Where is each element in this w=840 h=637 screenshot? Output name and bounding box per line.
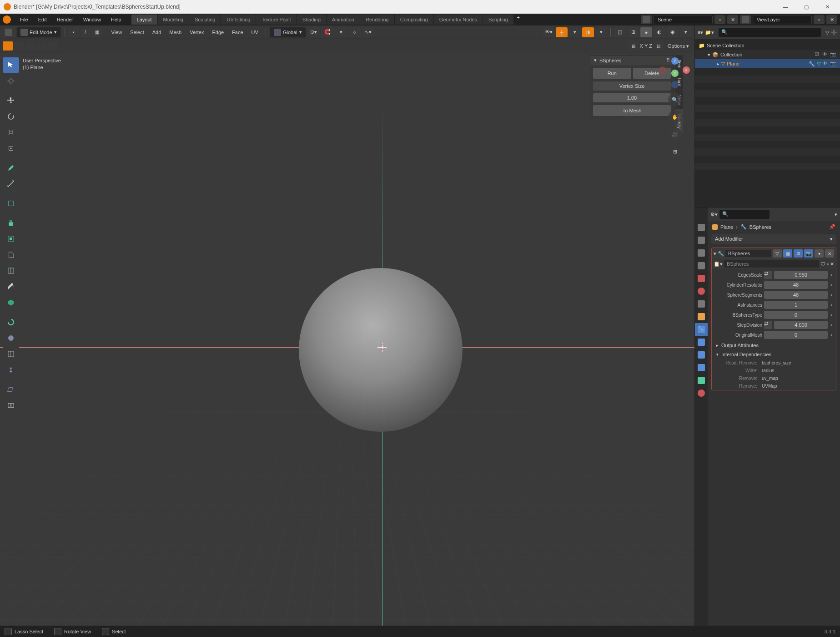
nodegroup-name-field[interactable]: BSpheres [724,260,819,268]
outliner-filter-icon[interactable]: ▽ [825,30,829,35]
minimize-button[interactable]: — [776,0,795,13]
menu-help[interactable]: Help [106,15,126,24]
gizmo-x-icon[interactable]: X [683,66,690,74]
outliner-search[interactable]: 🔍 [719,28,821,37]
mesh-display-5[interactable] [48,41,58,51]
select-mode-vertex[interactable]: ▪ [69,28,79,37]
select-mode-face[interactable]: ▦ [92,28,102,37]
mod-show-editmode[interactable]: ▦ [783,249,792,258]
param-value-field[interactable]: 4.000 [774,321,828,329]
overlay-dropdown[interactable]: ▾ [595,27,607,37]
nodegroup-fake-user[interactable]: 🛡 [820,261,825,267]
nodegroup-copy[interactable]: ▫ [827,261,829,267]
attribute-toggle-icon[interactable]: ⇄ [764,321,772,329]
mod-show-viewport[interactable]: 🖥 [794,249,803,258]
param-menu-icon[interactable]: • [830,302,833,308]
shading-wireframe[interactable]: ⊞ [627,27,639,37]
scene-browse-icon[interactable] [641,15,652,24]
orientation-dropdown[interactable]: Global▾ [270,27,306,38]
tool-add-cube[interactable] [3,196,19,211]
outliner-display-icon[interactable]: 📁▾ [705,30,714,35]
nodegroup-unlink[interactable]: ✕ [830,261,834,267]
scene-delete-button[interactable]: ✕ [727,15,738,24]
gizmo-neg-x-icon[interactable] [659,66,666,74]
mode-dropdown[interactable]: Edit Mode▾ [16,27,61,38]
proportional-dropdown[interactable]: ∿▾ [362,27,374,37]
vp-menu-face[interactable]: Face [228,28,246,37]
ptab-data[interactable] [695,374,708,387]
tool-loopcut[interactable] [3,263,19,278]
nav-gizmo[interactable]: Z Y X [659,57,691,89]
section-internal-dependencies[interactable]: ▾Internal Dependencies [712,350,836,359]
param-value-field[interactable]: 1 [764,301,828,309]
menu-window[interactable]: Window [79,15,106,24]
tab-uv-editing[interactable]: UV Editing [221,15,256,25]
exclude-checkbox-icon[interactable]: ☑ [815,51,821,58]
outliner-type-icon[interactable]: ≡▾ [698,30,703,35]
camera-gizmo[interactable]: 🎥 [668,127,682,141]
ptab-render[interactable] [695,234,708,247]
vp-menu-add[interactable]: Add [149,28,165,37]
tool-extrude[interactable] [3,215,19,231]
ptab-particles[interactable] [695,336,708,349]
zoom-gizmo[interactable]: 🔍 [668,93,682,106]
param-value-field[interactable]: 48 [764,291,828,299]
modifier-name-field[interactable]: BSpheres [725,250,771,257]
maximize-button[interactable]: ▢ [797,0,815,13]
mod-extra-dropdown[interactable]: ▾ [815,249,824,258]
param-value-field[interactable]: 0 [764,311,828,319]
menu-file[interactable]: File [15,15,33,24]
mesh-display-2[interactable] [14,41,24,51]
axis-z-button[interactable]: Z [649,43,652,49]
gizmo-z-icon[interactable]: Z [671,57,679,65]
param-menu-icon[interactable]: • [830,312,833,318]
mesh-display-1[interactable] [3,41,13,51]
axis-x-button[interactable]: X [640,43,643,49]
pan-gizmo[interactable]: ✋ [668,110,682,124]
disable-render-icon[interactable]: 📷 [830,51,836,58]
param-menu-icon[interactable]: • [830,292,833,298]
mod-delete-button[interactable]: ✕ [825,249,834,258]
gizmo-toggle[interactable]: ┼ [556,27,568,37]
run-button[interactable]: Run [593,68,631,79]
visibility-dropdown[interactable]: 👁▾ [543,27,554,37]
param-value-field[interactable]: 48 [764,281,828,289]
gizmo-dropdown[interactable]: ▾ [569,27,581,37]
add-modifier-dropdown[interactable]: Add Modifier▾ [711,234,836,244]
tab-scripting[interactable]: Scripting [483,15,513,25]
param-menu-icon[interactable]: • [830,322,833,328]
mesh-display-3[interactable] [25,41,35,51]
pin-icon[interactable]: 📌 [829,224,835,230]
hide-object-icon[interactable]: 👁 [822,61,829,67]
vp-menu-select[interactable]: Select [126,28,148,37]
viewlayer-new-button[interactable]: ▫ [814,15,825,24]
tool-cursor[interactable] [3,73,19,89]
viewlayer-browse-icon[interactable] [740,15,751,24]
tool-select[interactable] [3,57,19,73]
snap-dropdown[interactable]: ▾ [335,27,347,37]
vp-menu-edge[interactable]: Edge [208,28,227,37]
ptab-world[interactable] [695,285,708,298]
vp-menu-uv[interactable]: UV [248,28,262,37]
tab-shading[interactable]: Shading [297,15,326,25]
scene-new-button[interactable]: ▫ [714,15,725,24]
param-value-field[interactable]: 0 [764,331,828,339]
ptab-object[interactable] [695,310,708,323]
tool-inset[interactable] [3,231,19,247]
outliner-object-plane[interactable]: ▸ ▽ Plane 🔧 ▽ 👁📷 [695,59,840,68]
tool-rip[interactable] [3,398,19,413]
bc-object[interactable]: Plane [720,224,733,230]
select-mode-edge[interactable]: / [80,28,91,37]
ptab-scene[interactable] [695,272,708,285]
tab-animation[interactable]: Animation [327,15,360,25]
shading-dropdown[interactable]: ▾ [680,27,692,37]
shading-material[interactable]: ◐ [654,27,665,37]
outliner-new-collection[interactable]: ➕ [831,30,837,35]
mod-show-render[interactable]: 📷 [804,249,813,258]
nodegroup-browse-icon[interactable]: 📋▾ [714,261,723,267]
ptab-modifier[interactable]: 🔧 [695,323,708,336]
param-menu-icon[interactable]: • [830,272,833,278]
overlay-toggle[interactable]: ◑ [582,27,594,37]
overlay-icon-1[interactable]: ⊞ [629,41,639,51]
ptab-physics[interactable] [695,349,708,361]
